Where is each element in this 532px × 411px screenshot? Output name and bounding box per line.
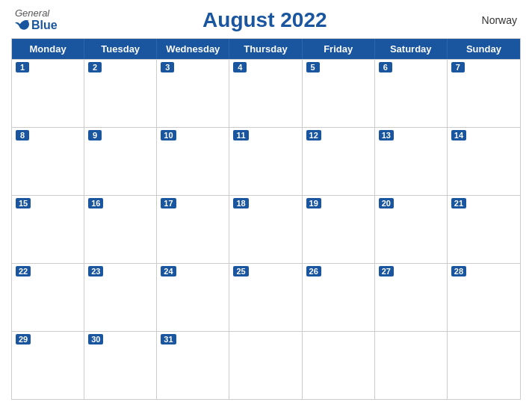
- logo-blue-text: Blue: [31, 19, 58, 32]
- day-header-wednesday: Wednesday: [157, 39, 229, 59]
- day-cell-13: 13: [375, 128, 448, 195]
- day-number: 22: [16, 266, 31, 276]
- week-row-3: 15161718192021: [12, 195, 520, 263]
- day-cell-20: 20: [375, 196, 448, 263]
- day-header-saturday: Saturday: [375, 39, 448, 59]
- day-cell-11: 11: [229, 128, 302, 195]
- day-number: 9: [88, 130, 102, 140]
- day-header-friday: Friday: [303, 39, 375, 59]
- day-cell-22: 22: [12, 264, 84, 331]
- day-number: 30: [88, 334, 103, 344]
- calendar-body: 1234567891011121314151617181920212223242…: [12, 59, 520, 399]
- day-number: 29: [16, 334, 31, 344]
- day-cell-2: 2: [84, 60, 157, 127]
- day-number: 21: [451, 198, 466, 208]
- day-number: 18: [233, 198, 248, 208]
- day-number: 20: [379, 198, 394, 208]
- calendar: MondayTuesdayWednesdayThursdayFridaySatu…: [11, 38, 521, 400]
- day-number: 6: [379, 62, 392, 72]
- day-number: 25: [233, 266, 248, 276]
- day-header-monday: Monday: [12, 39, 84, 59]
- day-number: 16: [88, 198, 103, 208]
- day-cell-19: 19: [303, 196, 375, 263]
- day-cell-8: 8: [12, 128, 84, 195]
- day-number: 5: [306, 62, 320, 72]
- day-cell-14: 14: [448, 128, 520, 195]
- day-header-sunday: Sunday: [448, 39, 520, 59]
- week-row-2: 891011121314: [12, 127, 520, 195]
- day-number: 3: [161, 62, 174, 72]
- day-cell-empty-3: [229, 332, 302, 399]
- day-cell-30: 30: [84, 332, 157, 399]
- day-number: 14: [451, 130, 466, 140]
- day-cell-empty-5: [375, 332, 448, 399]
- day-cell-24: 24: [157, 264, 229, 331]
- day-cell-7: 7: [448, 60, 520, 127]
- day-cell-25: 25: [229, 264, 302, 331]
- day-header-thursday: Thursday: [229, 39, 302, 59]
- day-number: 31: [161, 334, 176, 344]
- day-cell-4: 4: [229, 60, 302, 127]
- day-headers-row: MondayTuesdayWednesdayThursdayFridaySatu…: [12, 39, 520, 59]
- day-number: 11: [233, 130, 248, 140]
- day-cell-18: 18: [229, 196, 302, 263]
- logo-general-text: General: [15, 7, 49, 19]
- day-number: 15: [16, 198, 31, 208]
- day-number: 10: [161, 130, 176, 140]
- day-number: 17: [161, 198, 176, 208]
- calendar-header: General Blue August 2022 Norway: [11, 7, 521, 32]
- day-number: 1: [16, 62, 29, 72]
- logo: General Blue: [15, 7, 58, 32]
- day-cell-1: 1: [12, 60, 84, 127]
- day-number: 24: [161, 266, 176, 276]
- day-cell-27: 27: [375, 264, 448, 331]
- logo-blue-container: Blue: [15, 19, 58, 32]
- day-cell-9: 9: [84, 128, 157, 195]
- week-row-1: 1234567: [12, 59, 520, 127]
- day-number: 2: [88, 62, 102, 72]
- logo-bird-icon: [15, 19, 30, 32]
- day-cell-12: 12: [303, 128, 375, 195]
- country-label: Norway: [472, 14, 517, 26]
- day-cell-16: 16: [84, 196, 157, 263]
- day-cell-31: 31: [157, 332, 229, 399]
- day-header-tuesday: Tuesday: [84, 39, 157, 59]
- day-number: 13: [379, 130, 394, 140]
- day-cell-15: 15: [12, 196, 84, 263]
- day-number: 12: [306, 130, 321, 140]
- week-row-4: 22232425262728: [12, 263, 520, 331]
- day-cell-3: 3: [157, 60, 229, 127]
- day-cell-21: 21: [448, 196, 520, 263]
- day-cell-10: 10: [157, 128, 229, 195]
- week-row-5: 293031: [12, 331, 520, 399]
- day-cell-23: 23: [84, 264, 157, 331]
- day-cell-29: 29: [12, 332, 84, 399]
- day-number: 19: [306, 198, 321, 208]
- day-number: 4: [233, 62, 247, 72]
- day-cell-5: 5: [303, 60, 375, 127]
- day-cell-empty-6: [448, 332, 520, 399]
- calendar-title: August 2022: [58, 8, 472, 32]
- day-number: 26: [306, 266, 321, 276]
- day-cell-6: 6: [375, 60, 448, 127]
- day-number: 7: [451, 62, 465, 72]
- day-number: 28: [451, 266, 466, 276]
- day-number: 8: [16, 130, 29, 140]
- day-cell-28: 28: [448, 264, 520, 331]
- day-cell-26: 26: [303, 264, 375, 331]
- day-cell-empty-4: [303, 332, 375, 399]
- day-cell-17: 17: [157, 196, 229, 263]
- day-number: 23: [88, 266, 103, 276]
- day-number: 27: [379, 266, 394, 276]
